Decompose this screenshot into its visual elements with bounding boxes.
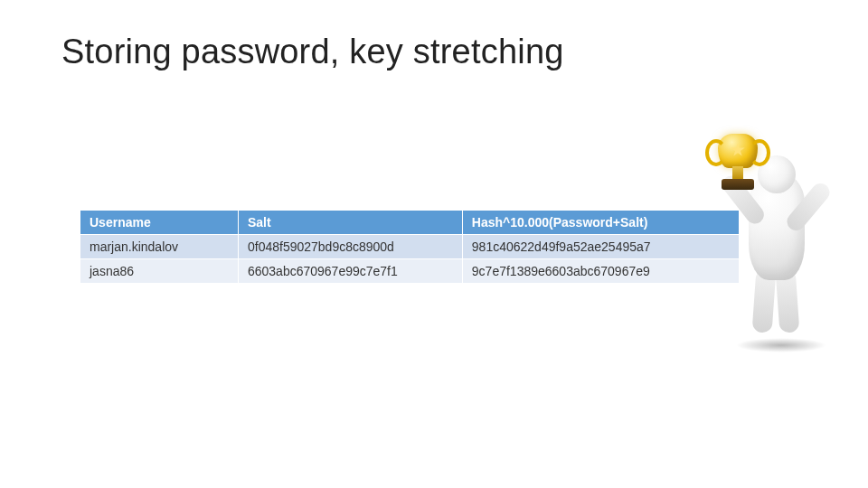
table-row: jasna86 6603abc670967e99c7e7f1 9c7e7f138… bbox=[80, 259, 740, 284]
table-row: marjan.kindalov 0f048f59027bd9c8c8900d 9… bbox=[80, 235, 740, 259]
col-salt: Salt bbox=[238, 211, 462, 235]
cell-username: jasna86 bbox=[80, 259, 239, 284]
cell-hash: 981c40622d49f9a52ae25495a7 bbox=[462, 235, 739, 259]
slide-title: Storing password, key stretching bbox=[61, 33, 564, 71]
cell-hash: 9c7e7f1389e6603abc670967e9 bbox=[462, 259, 739, 284]
table: Username Salt Hash^10.000(Password+Salt)… bbox=[80, 210, 740, 284]
slide: Storing password, key stretching Usernam… bbox=[0, 0, 868, 488]
password-table: Username Salt Hash^10.000(Password+Salt)… bbox=[80, 210, 740, 284]
cell-salt: 0f048f59027bd9c8c8900d bbox=[238, 235, 462, 259]
trophy-icon bbox=[709, 130, 767, 201]
trophy-figure-icon bbox=[714, 161, 841, 360]
cell-username: marjan.kindalov bbox=[80, 235, 239, 259]
table-header-row: Username Salt Hash^10.000(Password+Salt) bbox=[80, 211, 740, 235]
col-username: Username bbox=[80, 211, 239, 235]
col-hash: Hash^10.000(Password+Salt) bbox=[462, 211, 739, 235]
cell-salt: 6603abc670967e99c7e7f1 bbox=[238, 259, 462, 284]
